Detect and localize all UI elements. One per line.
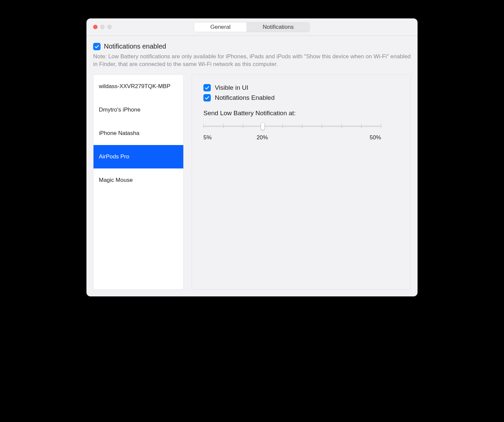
low-battery-slider[interactable] <box>203 122 381 131</box>
device-item[interactable]: wildass-XXVR279TQK-MBP <box>93 75 183 98</box>
tab-notifications[interactable]: Notifications <box>247 22 310 32</box>
note-text: Note: Low Battery notifications are only… <box>93 53 411 68</box>
slider-title: Send Low Battery Notification at: <box>203 110 399 117</box>
slider-thumb[interactable] <box>261 122 265 130</box>
preferences-window: General Notifications Notifications enab… <box>86 18 418 296</box>
device-item[interactable]: Dmytro's iPhone <box>93 98 183 122</box>
traffic-lights <box>93 25 112 29</box>
device-item[interactable]: AirPods Pro <box>93 145 183 168</box>
device-name: Magic Mouse <box>99 177 133 184</box>
device-notifications-label: Notifications Enabled <box>215 94 275 101</box>
device-name: AirPods Pro <box>99 153 129 160</box>
slider-min-label: 5% <box>203 134 212 141</box>
device-detail-panel: Visible in UI Notifications Enabled Send… <box>192 74 411 290</box>
device-name: Dmytro's iPhone <box>99 107 140 113</box>
zoom-button[interactable] <box>107 25 112 29</box>
slider-max-label: 50% <box>370 134 381 141</box>
device-name: iPhone Natasha <box>99 130 139 137</box>
minimize-button[interactable] <box>100 25 105 29</box>
notifications-enabled-checkbox[interactable] <box>93 43 101 50</box>
close-button[interactable] <box>93 25 98 29</box>
checkmark-icon <box>205 95 209 100</box>
notifications-enabled-label: Notifications enabled <box>104 43 166 50</box>
tab-bar: General Notifications <box>194 22 310 32</box>
device-notifications-row: Notifications Enabled <box>203 94 399 101</box>
content-area: Notifications enabled Note: Low Battery … <box>86 36 418 296</box>
slider-mid-label: 20% <box>257 134 268 141</box>
device-name: wildass-XXVR279TQK-MBP <box>99 83 171 90</box>
device-item[interactable]: iPhone Natasha <box>93 122 183 145</box>
checkmark-icon <box>94 44 99 49</box>
tab-general[interactable]: General <box>194 22 246 32</box>
checkmark-icon <box>205 85 209 90</box>
device-notifications-checkbox[interactable] <box>203 94 211 101</box>
visible-in-ui-checkbox[interactable] <box>203 84 211 91</box>
master-toggle-row: Notifications enabled <box>93 43 411 50</box>
slider-ticks <box>203 124 381 129</box>
device-item[interactable]: Magic Mouse <box>93 168 183 192</box>
split-view: wildass-XXVR279TQK-MBPDmytro's iPhoneiPh… <box>93 74 411 290</box>
visible-in-ui-label: Visible in UI <box>215 84 248 91</box>
device-list[interactable]: wildass-XXVR279TQK-MBPDmytro's iPhoneiPh… <box>93 74 184 290</box>
slider-labels: 5% 20% 50% <box>203 134 381 142</box>
titlebar: General Notifications <box>86 18 418 36</box>
visible-in-ui-row: Visible in UI <box>203 84 399 91</box>
